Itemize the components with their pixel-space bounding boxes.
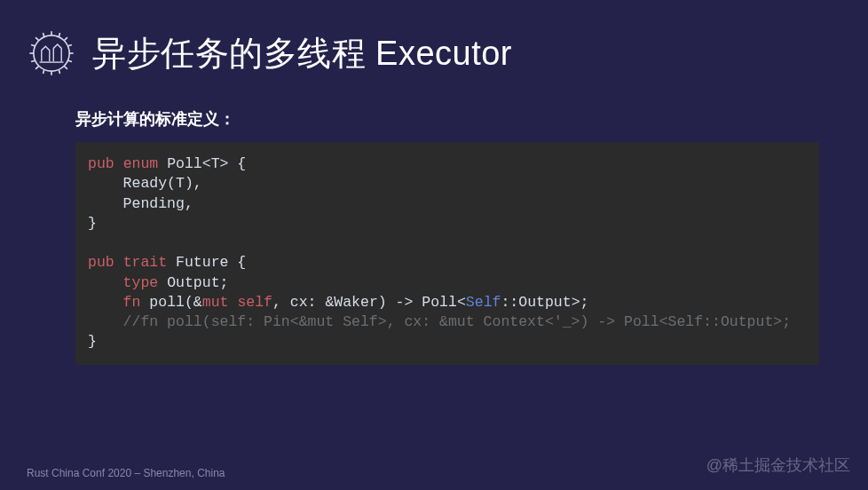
type-name-poll: Poll xyxy=(167,155,202,172)
close-brace2: } xyxy=(88,333,97,350)
watermark-text: @稀土掘金技术社区 xyxy=(706,454,850,476)
self-type: Self xyxy=(466,294,501,311)
slide-title: 异步任务的多线程 Executor xyxy=(92,31,512,76)
keyword-mut: mut xyxy=(202,294,229,311)
close-brace: } xyxy=(88,215,97,232)
keyword-trait: trait xyxy=(123,254,168,271)
svg-line-8 xyxy=(65,37,67,40)
assoc-type-output: Output xyxy=(167,274,219,291)
code-block: pub enum Poll<T> { Ready(T), Pending, } … xyxy=(75,142,819,365)
keyword-enum: enum xyxy=(123,155,159,172)
footer-text: Rust China Conf 2020 – Shenzhen, China xyxy=(27,467,225,479)
semicolon: ; xyxy=(220,274,229,291)
svg-line-6 xyxy=(65,67,67,69)
svg-line-11 xyxy=(43,70,43,74)
svg-line-14 xyxy=(31,60,35,61)
svg-line-15 xyxy=(68,44,72,45)
fn-sig-part1: , cx: &Waker) -> Poll< xyxy=(272,294,466,311)
keyword-fn: fn xyxy=(123,294,141,311)
paren-amp: (& xyxy=(185,294,202,311)
variant-ready: Ready(T), xyxy=(123,175,202,192)
svg-line-9 xyxy=(43,33,43,36)
generic-brace: <T> { xyxy=(202,155,247,172)
keyword-pub: pub xyxy=(88,155,114,172)
svg-line-10 xyxy=(59,33,59,36)
svg-line-13 xyxy=(31,44,35,45)
svg-point-0 xyxy=(34,36,69,71)
section-subtitle: 异步计算的标准定义： xyxy=(75,108,868,130)
fn-sig-part2: ::Output>; xyxy=(501,294,588,311)
comment-line: //fn poll(self: Pin<&mut Self>, cx: &mut… xyxy=(123,313,792,330)
keyword-pub2: pub xyxy=(88,254,114,271)
svg-line-16 xyxy=(68,60,72,61)
trait-name-future: Future { xyxy=(176,254,246,271)
slide-header: 异步任务的多线程 Executor xyxy=(0,0,868,78)
svg-line-7 xyxy=(36,67,38,69)
gear-logo-icon xyxy=(27,28,76,78)
keyword-type: type xyxy=(123,274,159,291)
keyword-self: self xyxy=(237,294,272,311)
variant-pending: Pending, xyxy=(123,195,193,212)
svg-line-12 xyxy=(59,70,59,74)
svg-line-5 xyxy=(36,37,38,40)
fn-name-poll: poll xyxy=(149,294,185,311)
